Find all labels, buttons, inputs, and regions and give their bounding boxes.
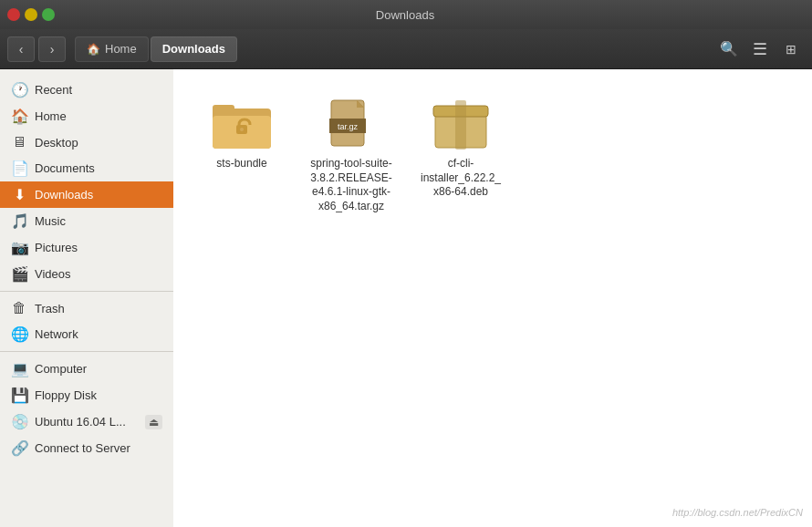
sidebar-label-trash: Trash <box>35 302 65 315</box>
svg-text:tar.gz: tar.gz <box>338 122 359 131</box>
eject-button[interactable]: ⏏ <box>145 415 162 429</box>
sidebar-item-trash[interactable]: 🗑Trash <box>0 295 173 321</box>
file-grid: sts-bundle tar.gz spring-tool-suite-3.8.… <box>192 88 794 221</box>
close-button[interactable] <box>7 8 20 21</box>
pictures-icon: 📷 <box>11 239 27 256</box>
floppy-icon: 💾 <box>11 387 27 404</box>
list-view-button[interactable]: ☰ <box>746 36 774 62</box>
toolbar: ‹ › 🏠 Home Downloads 🔍 ☰ ⊞ <box>0 29 812 69</box>
network-icon: 🌐 <box>11 326 27 343</box>
file-icon-sts-bundle <box>213 95 271 153</box>
trash-icon: 🗑 <box>11 300 27 316</box>
main-area: 🕐Recent🏠Home🖥Desktop📄Documents⬇Downloads… <box>0 69 812 527</box>
downloads-icon: ⬇ <box>11 186 27 203</box>
music-icon: 🎵 <box>11 212 27 230</box>
breadcrumb-downloads-label: Downloads <box>162 42 225 56</box>
sidebar-label-connect: Connect to Server <box>35 441 130 455</box>
grid-view-icon: ⊞ <box>786 42 796 57</box>
file-icon-cf-cli-installer <box>432 95 490 153</box>
breadcrumb: 🏠 Home Downloads <box>75 36 237 62</box>
sidebar-item-recent[interactable]: 🕐Recent <box>0 77 173 103</box>
svg-rect-15 <box>455 100 466 150</box>
file-name-sts-bundle: sts-bundle <box>216 157 266 171</box>
file-item-sts-bundle[interactable]: sts-bundle <box>192 88 292 221</box>
list-view-icon: ☰ <box>753 39 767 59</box>
watermark: http://blog.csdn.net/PredixCN <box>672 507 803 518</box>
documents-icon: 📄 <box>11 160 27 177</box>
sidebar-label-videos: Videos <box>35 267 71 281</box>
file-item-spring-tool-suite[interactable]: tar.gz spring-tool-suite-3.8.2.RELEASE-e… <box>301 88 401 221</box>
videos-icon: 🎬 <box>11 265 27 283</box>
sidebar-item-computer[interactable]: 💻Computer <box>0 356 173 382</box>
svg-point-4 <box>240 128 244 131</box>
grid-view-button[interactable]: ⊞ <box>777 36 805 62</box>
sidebar-item-home[interactable]: 🏠Home <box>0 103 173 129</box>
titlebar: Downloads <box>0 0 812 29</box>
file-name-spring-tool-suite: spring-tool-suite-3.8.2.RELEASE-e4.6.1-l… <box>308 157 394 213</box>
forward-button[interactable]: › <box>38 36 66 62</box>
back-button[interactable]: ‹ <box>7 36 35 62</box>
search-icon: 🔍 <box>720 40 738 57</box>
sidebar-label-recent: Recent <box>35 83 72 97</box>
connect-icon: 🔗 <box>11 439 27 457</box>
sidebar-item-connect[interactable]: 🔗Connect to Server <box>0 435 173 461</box>
sidebar-item-music[interactable]: 🎵Music <box>0 208 173 234</box>
sidebar-label-computer: Computer <box>35 362 87 376</box>
file-area[interactable]: sts-bundle tar.gz spring-tool-suite-3.8.… <box>173 69 812 527</box>
sidebar-separator-2 <box>0 351 173 352</box>
search-button[interactable]: 🔍 <box>715 36 743 62</box>
window-controls <box>7 8 55 21</box>
computer-icon: 💻 <box>11 360 27 377</box>
sidebar-label-home: Home <box>35 109 67 123</box>
sidebar-label-pictures: Pictures <box>35 241 78 254</box>
sidebar-item-pictures[interactable]: 📷Pictures <box>0 234 173 261</box>
svg-rect-1 <box>213 105 234 114</box>
maximize-button[interactable] <box>42 8 55 21</box>
home-icon: 🏠 <box>11 108 27 125</box>
sidebar-item-downloads[interactable]: ⬇Downloads <box>0 181 173 208</box>
file-icon-spring-tool-suite: tar.gz <box>322 95 380 153</box>
sidebar-item-desktop[interactable]: 🖥Desktop <box>0 129 173 155</box>
breadcrumb-home[interactable]: 🏠 Home <box>75 36 149 62</box>
sidebar-item-floppy[interactable]: 💾Floppy Disk <box>0 382 173 408</box>
sidebar-separator <box>0 291 173 292</box>
breadcrumb-downloads[interactable]: Downloads <box>151 36 237 62</box>
sidebar-item-documents[interactable]: 📄Documents <box>0 155 173 181</box>
file-item-cf-cli-installer[interactable]: cf-cli-installer_6.22.2_x86-64.deb <box>411 88 511 221</box>
sidebar-label-floppy: Floppy Disk <box>35 388 97 402</box>
recent-icon: 🕐 <box>11 81 27 98</box>
window-title: Downloads <box>60 8 750 22</box>
sidebar-item-ubuntu[interactable]: 💿Ubuntu 16.04 L...⏏ <box>0 408 173 435</box>
file-name-cf-cli-installer: cf-cli-installer_6.22.2_x86-64.deb <box>418 157 504 200</box>
sidebar-item-videos[interactable]: 🎬Videos <box>0 261 173 287</box>
sidebar-label-desktop: Desktop <box>35 136 78 150</box>
sidebar-label-network: Network <box>35 327 78 341</box>
sidebar-label-downloads: Downloads <box>35 188 93 202</box>
ubuntu-icon: 💿 <box>11 413 27 430</box>
breadcrumb-home-label: Home <box>105 42 137 56</box>
minimize-button[interactable] <box>25 8 37 21</box>
sidebar-label-music: Music <box>35 214 66 228</box>
sidebar-label-documents: Documents <box>35 161 95 175</box>
sidebar: 🕐Recent🏠Home🖥Desktop📄Documents⬇Downloads… <box>0 69 173 527</box>
home-icon: 🏠 <box>87 43 100 56</box>
toolbar-right: 🔍 ☰ ⊞ <box>715 36 805 62</box>
desktop-icon: 🖥 <box>11 134 27 150</box>
sidebar-item-network[interactable]: 🌐Network <box>0 321 173 347</box>
sidebar-label-ubuntu: Ubuntu 16.04 L... <box>35 415 126 429</box>
